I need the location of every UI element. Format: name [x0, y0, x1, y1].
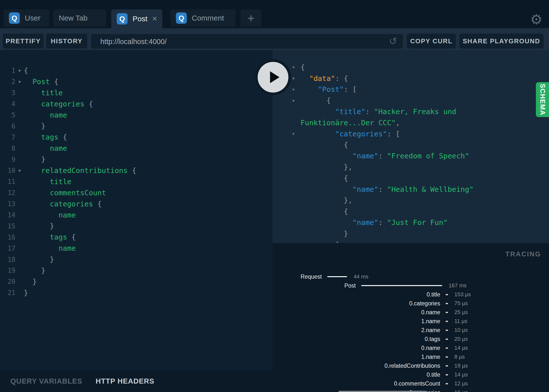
fold-arrow-icon[interactable]: ▾ — [15, 79, 24, 85]
query-code: categories { — [24, 100, 93, 108]
query-line: 4categories { — [0, 98, 273, 110]
execute-query-button[interactable] — [255, 59, 291, 95]
field-token: commentsCount — [50, 189, 106, 197]
json-token: "name" — [301, 152, 378, 160]
reload-schema-icon[interactable]: ↺ — [389, 35, 397, 47]
tracing-duration-dash — [446, 374, 448, 375]
json-token: }, — [301, 163, 353, 171]
json-token: : [ — [344, 85, 357, 94]
tracing-duration-dash — [446, 294, 448, 295]
punct-token: } — [41, 266, 45, 275]
line-number: 8 — [0, 145, 15, 152]
query-editor[interactable]: 1▾{2▾Post {3title4categories {5name6}7ta… — [0, 50, 273, 370]
tab-new-tab[interactable]: New Tab — [53, 9, 106, 27]
json-token: "Hacker, Freaks und — [374, 107, 456, 116]
json-token: }, — [301, 196, 353, 204]
response-code: } — [301, 230, 348, 237]
query-editor-lines: 1▾{2▾Post {3title4categories {5name6}7ta… — [0, 50, 273, 298]
query-code: title — [24, 89, 63, 97]
line-number: 20 — [0, 278, 15, 285]
response-code: { — [301, 175, 348, 182]
json-token: "data" — [301, 74, 335, 83]
query-line: 17name — [0, 243, 273, 254]
prettify-button[interactable]: PRETTIFY — [3, 34, 44, 49]
fold-arrow-icon[interactable]: ▾ — [15, 68, 24, 74]
response-code: { — [301, 97, 331, 104]
json-token: : — [378, 185, 387, 194]
tab-comment[interactable]: QComment — [170, 9, 235, 27]
json-token: { — [301, 174, 348, 182]
response-line: ▾{ — [273, 62, 549, 73]
response-line: ▾ { — [273, 95, 549, 106]
query-line: 20} — [0, 276, 273, 287]
collapse-arrow-icon[interactable]: ▾ — [273, 98, 301, 103]
tracing-title[interactable]: TRACING — [505, 250, 541, 258]
tab-post[interactable]: QPost✕ — [111, 9, 162, 28]
field-token: Post — [32, 77, 50, 86]
tracing-scrollbar[interactable] — [339, 391, 426, 392]
punct-token: { — [93, 200, 102, 208]
response-code: "Post": [ — [301, 86, 357, 93]
schema-tab[interactable]: SCHEMA — [536, 82, 549, 117]
collapse-arrow-icon[interactable]: ▾ — [273, 131, 301, 137]
tracing-time: 20 µs — [454, 336, 468, 342]
json-token: "name" — [301, 185, 378, 194]
endpoint-url-input[interactable] — [100, 34, 386, 49]
line-number: 11 — [0, 178, 15, 185]
tracing-panel: TRACING Request44 msPost167 ms0.title153… — [273, 243, 549, 392]
tracing-time: 44 ms — [354, 273, 368, 280]
response-line: }, — [273, 195, 549, 206]
history-button[interactable]: HISTORY — [46, 34, 87, 49]
tracing-time: 14 µs — [454, 345, 468, 351]
query-line: 11title — [0, 176, 273, 187]
query-code: name — [24, 145, 67, 152]
response-line: ▾ "data": { — [273, 73, 549, 84]
query-line: 7tags { — [0, 132, 273, 143]
response-code: "data": { — [301, 75, 348, 82]
tracing-row: 2.name10 µs — [273, 326, 549, 335]
query-badge-icon: Q — [9, 12, 20, 24]
query-code: relatedContributions { — [24, 167, 136, 174]
tracing-duration-dash — [446, 330, 448, 331]
line-number: 18 — [0, 256, 15, 263]
json-token: : [ — [387, 130, 400, 138]
tab-user[interactable]: QUser — [3, 9, 49, 27]
query-code: Post { — [24, 78, 58, 85]
punct-token: } — [50, 255, 54, 264]
json-token: { — [301, 96, 331, 105]
line-number: 15 — [0, 222, 15, 230]
json-token: ] — [301, 241, 339, 243]
query-code: } — [24, 122, 45, 130]
query-code: commentsCount — [24, 189, 106, 196]
close-tab-icon[interactable]: ✕ — [152, 15, 158, 23]
json-token: "Freedom of Speech" — [387, 152, 469, 160]
share-playground-button[interactable]: SHARE PLAYGROUND — [459, 34, 544, 49]
tracing-row: Request44 ms — [273, 272, 549, 281]
tracing-time: 19 µs — [454, 363, 468, 369]
tracing-label: 0.title — [273, 371, 440, 378]
response-code: }, — [301, 164, 353, 171]
response-code: "name": "Freedom of Speech" — [301, 152, 469, 160]
new-tab-button[interactable]: + — [241, 9, 261, 27]
copy-curl-button[interactable]: COPY CURL — [407, 34, 456, 49]
tracing-duration-dash — [446, 365, 448, 367]
punct-token: { — [58, 133, 67, 141]
tab-label: Post — [133, 15, 147, 23]
http-headers-toggle[interactable]: HTTP HEADERS — [96, 377, 154, 385]
tracing-time: 75 µs — [454, 300, 468, 307]
json-token: : — [378, 152, 387, 160]
response-line: { — [273, 206, 549, 217]
tracing-duration-dash — [446, 303, 448, 304]
line-number: 9 — [0, 156, 15, 163]
query-code: categories { — [24, 200, 102, 208]
query-variables-toggle[interactable]: QUERY VARIABLES — [10, 377, 82, 385]
field-token: name — [50, 111, 67, 119]
query-line: 1▾{ — [0, 65, 273, 76]
fold-arrow-icon[interactable]: ▾ — [15, 168, 24, 173]
tab-label: User — [25, 14, 40, 22]
settings-gear-icon[interactable]: ⚙ — [530, 11, 543, 27]
json-token: "Post" — [301, 85, 344, 94]
query-line: 16tags { — [0, 232, 273, 243]
query-line: 12commentsCount — [0, 187, 273, 198]
line-number: 6 — [0, 122, 15, 130]
